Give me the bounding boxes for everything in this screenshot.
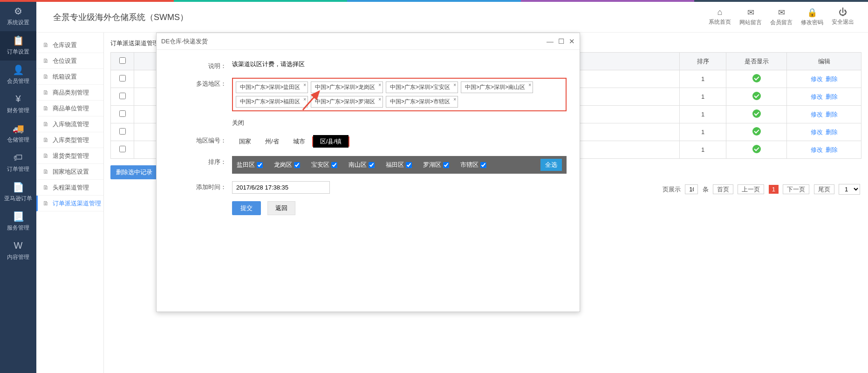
file-icon: 🗎: [43, 89, 49, 96]
region-tab-城市[interactable]: 城市: [286, 135, 312, 149]
district-check-南山区[interactable]: 南山区: [349, 161, 375, 169]
district-check-罗湖区[interactable]: 罗湖区: [423, 161, 449, 169]
district-checkbox[interactable]: [480, 162, 486, 168]
subnav-纸箱设置[interactable]: 🗎纸箱设置: [36, 69, 103, 85]
file-icon: 🗎: [43, 41, 49, 48]
nav-订单设置[interactable]: 📋订单设置: [0, 31, 36, 61]
file-icon: 🗎: [43, 152, 49, 159]
close-link[interactable]: 关闭: [232, 119, 244, 126]
header-会员留言[interactable]: ✉会员留言: [770, 7, 793, 27]
header-icon: ⌂: [709, 7, 731, 17]
nav-订单管理[interactable]: 🏷订单管理: [0, 149, 36, 178]
selected-regions-box: 中国>广东>深圳>盐田区×中国>广东>深圳>龙岗区×中国>广东>深圳>宝安区×中…: [232, 78, 567, 111]
subnav-仓库设置[interactable]: 🗎仓库设置: [36, 37, 103, 53]
edit-link[interactable]: 修改: [811, 93, 823, 100]
district-checkbox[interactable]: [406, 162, 412, 168]
delete-link[interactable]: 删除: [826, 146, 838, 153]
subnav-商品类别管理[interactable]: 🗎商品类别管理: [36, 85, 103, 101]
file-icon: 🗎: [43, 200, 49, 207]
close-icon[interactable]: ✕: [569, 37, 575, 46]
nav-仓储管理[interactable]: 🚚仓储管理: [0, 119, 36, 149]
subnav-商品单位管理[interactable]: 🗎商品单位管理: [36, 101, 103, 116]
district-check-宝安区[interactable]: 宝安区: [311, 161, 337, 169]
district-checkbox[interactable]: [369, 162, 375, 168]
submit-button[interactable]: 提交: [232, 201, 261, 215]
minimize-icon[interactable]: —: [547, 37, 554, 45]
file-icon: 🗎: [43, 73, 49, 80]
subnav-头程渠道管理[interactable]: 🗎头程渠道管理: [36, 180, 103, 196]
delete-selected-button[interactable]: 删除选中记录: [110, 165, 158, 179]
header-icon: ✉: [770, 7, 793, 18]
region-tag: 中国>广东>深圳>市辖区×: [386, 96, 458, 108]
edit-link[interactable]: 修改: [811, 146, 823, 153]
district-check-盐田区[interactable]: 盐田区: [237, 161, 263, 169]
subnav-订单派送渠道管理[interactable]: 🗎订单派送渠道管理: [36, 196, 103, 211]
add-time-input[interactable]: [232, 181, 330, 194]
remove-tag-icon[interactable]: ×: [303, 97, 306, 102]
district-checkbox[interactable]: [443, 162, 449, 168]
delete-link[interactable]: 删除: [826, 75, 838, 82]
app-title: 全景专业级海外仓储系统（SWMS）: [53, 12, 188, 23]
delete-link[interactable]: 删除: [826, 129, 838, 136]
nav-icon: W: [13, 240, 24, 251]
region-code-label: 地区编号：: [175, 135, 226, 149]
back-button[interactable]: 返回: [267, 201, 295, 215]
subnav-仓位设置[interactable]: 🗎仓位设置: [36, 53, 103, 69]
select-all-button[interactable]: 全选: [540, 159, 562, 171]
row-checkbox[interactable]: [119, 110, 126, 117]
delete-link[interactable]: 删除: [826, 93, 838, 100]
subnav-国家地区设置[interactable]: 🗎国家地区设置: [36, 164, 103, 180]
nav-亚马逊订单[interactable]: 📄亚马逊订单: [0, 178, 36, 207]
nav-icon: ¥: [13, 94, 24, 105]
region-tab-国家[interactable]: 国家: [232, 135, 258, 149]
region-tab-州/省[interactable]: 州/省: [258, 135, 286, 149]
edit-link[interactable]: 修改: [811, 129, 823, 136]
remove-tag-icon[interactable]: ×: [378, 82, 381, 88]
header-网站留言[interactable]: ✉网站留言: [739, 7, 762, 27]
nav-服务管理[interactable]: 📃服务管理: [0, 207, 36, 237]
remove-tag-icon[interactable]: ×: [378, 97, 381, 102]
district-check-龙岗区[interactable]: 龙岗区: [274, 161, 300, 169]
select-all-checkbox[interactable]: [119, 57, 126, 64]
edit-link[interactable]: 修改: [811, 111, 823, 118]
per-page-input[interactable]: [685, 184, 698, 194]
row-checkbox[interactable]: [119, 146, 126, 152]
next-page[interactable]: 下一页: [783, 184, 809, 194]
remove-tag-icon[interactable]: ×: [453, 82, 456, 88]
last-page[interactable]: 尾页: [814, 184, 834, 194]
row-checkbox[interactable]: [119, 128, 126, 135]
file-icon: 🗎: [43, 168, 49, 175]
header-安全退出[interactable]: ⏻安全退出: [832, 7, 854, 27]
remove-tag-icon[interactable]: ×: [528, 82, 531, 88]
nav-会员管理[interactable]: 👤会员管理: [0, 61, 36, 90]
page-jump[interactable]: 1: [839, 184, 860, 195]
row-checkbox[interactable]: [119, 93, 126, 99]
row-checkbox[interactable]: [119, 75, 126, 81]
nav-财务管理[interactable]: ¥财务管理: [0, 90, 36, 119]
delete-link[interactable]: 删除: [826, 111, 838, 118]
nav-icon: 📄: [13, 182, 24, 193]
subnav-入库类型管理[interactable]: 🗎入库类型管理: [36, 132, 103, 148]
edit-link[interactable]: 修改: [811, 75, 823, 82]
nav-系统设置[interactable]: ⚙系统设置: [0, 2, 36, 31]
header-修改密码[interactable]: 🔒修改密码: [801, 7, 823, 27]
nav-内容管理[interactable]: W内容管理: [0, 237, 36, 266]
maximize-icon[interactable]: ☐: [558, 37, 564, 46]
remove-tag-icon[interactable]: ×: [303, 82, 306, 88]
header-icon: ⏻: [832, 7, 854, 17]
district-checkbox[interactable]: [294, 162, 300, 168]
remove-tag-icon[interactable]: ×: [453, 97, 456, 102]
region-tab-区/县/镇[interactable]: 区/县/镇: [313, 135, 349, 148]
district-check-市辖区[interactable]: 市辖区: [460, 161, 486, 169]
subnav-入库物流管理[interactable]: 🗎入库物流管理: [36, 116, 103, 132]
region-tag: 中国>广东>深圳>宝安区×: [386, 81, 458, 93]
nav-icon: ⚙: [13, 6, 24, 17]
subnav-退货类型管理[interactable]: 🗎退货类型管理: [36, 148, 103, 164]
district-checkbox[interactable]: [331, 162, 337, 168]
first-page[interactable]: 首页: [713, 184, 733, 194]
prev-page[interactable]: 上一页: [738, 184, 764, 194]
district-check-福田区[interactable]: 福田区: [386, 161, 412, 169]
header-系统首页[interactable]: ⌂系统首页: [709, 7, 731, 27]
district-checkbox[interactable]: [257, 162, 263, 168]
region-tag: 中国>广东>深圳>盐田区×: [236, 81, 308, 93]
